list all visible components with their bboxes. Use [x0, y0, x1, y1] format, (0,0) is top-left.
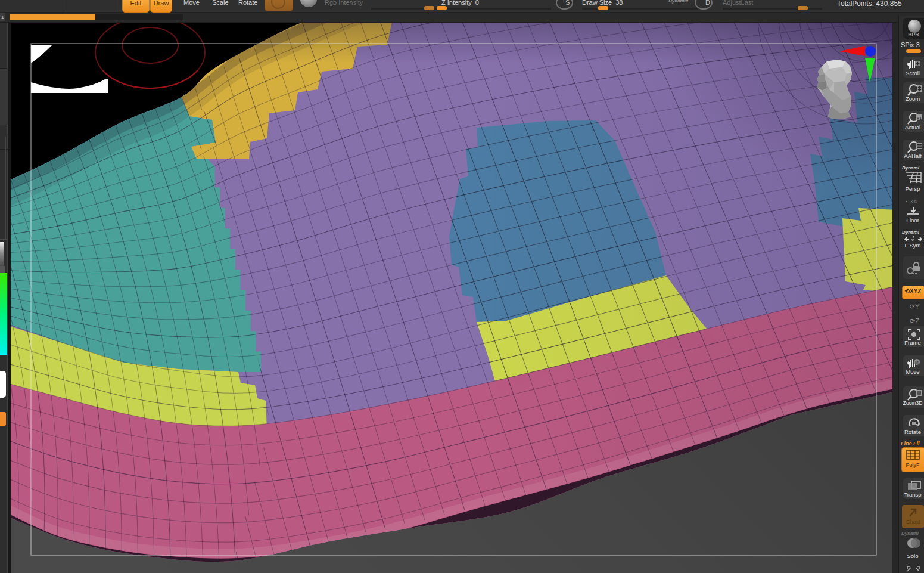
- svg-text:x1: x1: [917, 116, 922, 121]
- svg-text:M: M: [915, 360, 919, 364]
